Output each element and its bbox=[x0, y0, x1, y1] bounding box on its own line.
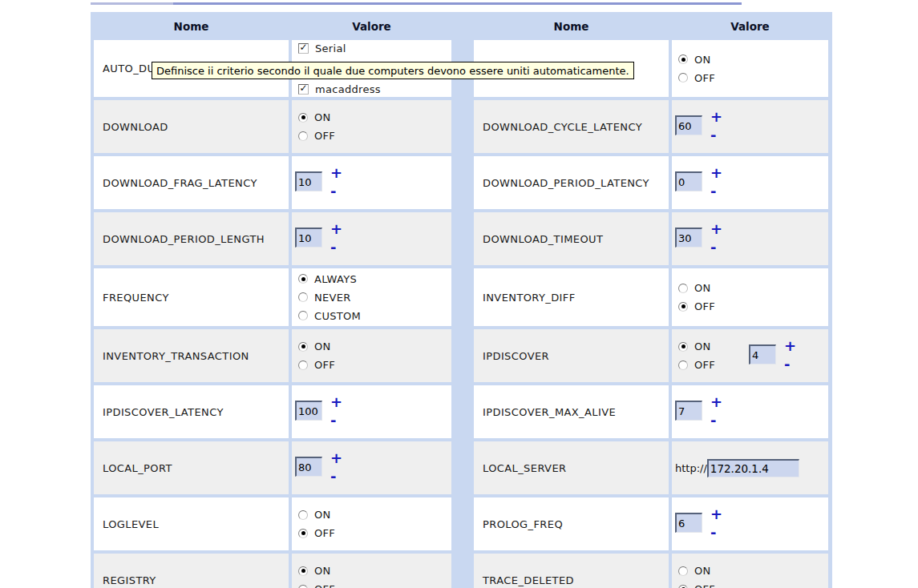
radio-icon[interactable] bbox=[298, 360, 308, 370]
number-input[interactable] bbox=[675, 171, 702, 191]
decrement-button[interactable]: - bbox=[710, 186, 716, 197]
table-header-row: Nome Valore Nome Valore bbox=[94, 15, 829, 37]
radio-option[interactable]: OFF bbox=[298, 357, 335, 373]
radio-option[interactable]: OFF bbox=[678, 70, 715, 86]
radio-option[interactable]: ON bbox=[298, 339, 335, 355]
number-input[interactable] bbox=[295, 228, 322, 248]
radio-icon[interactable] bbox=[678, 360, 688, 370]
radio-option[interactable]: OFF bbox=[678, 299, 715, 315]
radio-option[interactable]: OFF bbox=[298, 582, 335, 588]
checkbox-option-label: macaddress bbox=[315, 83, 381, 95]
increment-button[interactable]: + bbox=[784, 340, 796, 352]
increment-button[interactable]: + bbox=[710, 509, 722, 520]
radio-icon[interactable] bbox=[298, 274, 308, 284]
increment-button[interactable]: + bbox=[710, 224, 722, 235]
number-stepper: +- bbox=[295, 398, 342, 425]
radio-option[interactable]: ON bbox=[678, 563, 715, 579]
increment-button[interactable]: + bbox=[330, 453, 342, 464]
increment-button[interactable]: + bbox=[330, 397, 342, 408]
radio-icon[interactable] bbox=[678, 585, 688, 588]
radio-icon[interactable] bbox=[678, 342, 688, 352]
radio-icon[interactable] bbox=[298, 292, 308, 302]
number-stepper: +- bbox=[675, 169, 722, 196]
radio-icon[interactable] bbox=[298, 113, 308, 123]
increment-button[interactable]: + bbox=[710, 397, 722, 408]
radio-icon[interactable] bbox=[298, 566, 308, 576]
increment-button[interactable]: + bbox=[330, 167, 342, 179]
radio-icon[interactable] bbox=[678, 73, 688, 83]
number-stepper: +- bbox=[295, 169, 342, 196]
config-name-label: IPDISCOVER bbox=[483, 350, 549, 362]
radio-option[interactable]: OFF bbox=[298, 526, 335, 542]
number-input[interactable] bbox=[675, 401, 702, 421]
decrement-button[interactable]: - bbox=[710, 130, 716, 141]
number-input[interactable] bbox=[675, 115, 702, 135]
number-input[interactable] bbox=[675, 513, 702, 533]
radio-option[interactable]: ALWAYS bbox=[298, 271, 361, 287]
number-input[interactable] bbox=[295, 171, 322, 191]
decrement-button[interactable]: - bbox=[330, 186, 336, 197]
decrement-button[interactable]: - bbox=[784, 359, 790, 370]
config-name-cell: IPDISCOVER bbox=[474, 329, 669, 382]
checkbox-icon[interactable]: ✓ bbox=[298, 84, 309, 95]
radio-icon[interactable] bbox=[298, 311, 308, 320]
radio-icon[interactable] bbox=[678, 54, 688, 64]
radio-icon[interactable] bbox=[298, 131, 308, 141]
radio-option[interactable]: ON bbox=[298, 110, 335, 126]
config-name-cell: IPDISCOVER_LATENCY bbox=[94, 385, 289, 438]
radio-group: ONOFF bbox=[298, 563, 335, 588]
radio-icon[interactable] bbox=[298, 342, 308, 352]
radio-icon[interactable] bbox=[298, 529, 308, 538]
increment-button[interactable]: + bbox=[710, 111, 722, 123]
radio-icon[interactable] bbox=[298, 585, 308, 588]
radio-option[interactable]: ON bbox=[298, 563, 335, 579]
config-value-cell: ONOFF bbox=[672, 554, 828, 588]
radio-option[interactable]: OFF bbox=[298, 128, 335, 144]
radio-option-label: OFF bbox=[314, 527, 335, 539]
config-name-label: IPDISCOVER_MAX_ALIVE bbox=[483, 406, 616, 418]
radio-option[interactable]: ON bbox=[678, 339, 715, 355]
stepper-buttons: +- bbox=[330, 454, 342, 481]
radio-option[interactable]: CUSTOM bbox=[298, 308, 361, 324]
decrement-button[interactable]: - bbox=[330, 471, 336, 482]
radio-option[interactable]: OFF bbox=[678, 582, 715, 588]
column-spacer bbox=[451, 441, 474, 494]
column-spacer bbox=[451, 100, 474, 153]
config-name-cell: LOGLEVEL bbox=[94, 497, 289, 550]
radio-option[interactable]: ON bbox=[298, 507, 335, 523]
stepper-buttons: +- bbox=[330, 225, 342, 252]
radio-option[interactable]: ON bbox=[678, 51, 715, 67]
header-valore-left: Valore bbox=[292, 15, 451, 37]
config-name-label: LOCAL_PORT bbox=[103, 462, 172, 474]
checkmark-glyph: ✓ bbox=[299, 84, 307, 92]
decrement-button[interactable]: - bbox=[710, 415, 716, 426]
radio-dot bbox=[301, 531, 305, 535]
number-input[interactable] bbox=[749, 344, 776, 364]
checkbox-option[interactable]: ✓Serial bbox=[298, 40, 381, 56]
radio-option[interactable]: ON bbox=[678, 280, 715, 296]
radio-icon[interactable] bbox=[298, 510, 308, 520]
radio-option[interactable]: NEVER bbox=[298, 289, 361, 305]
radio-icon[interactable] bbox=[678, 302, 688, 312]
radio-group: ALWAYSNEVERCUSTOM bbox=[298, 271, 361, 324]
radio-dot bbox=[301, 277, 305, 281]
increment-button[interactable]: + bbox=[330, 224, 342, 235]
radio-icon[interactable] bbox=[678, 566, 688, 576]
checkbox-option[interactable]: ✓macaddress bbox=[298, 81, 381, 97]
decrement-button[interactable]: - bbox=[710, 242, 716, 253]
decrement-button[interactable]: - bbox=[330, 242, 336, 253]
number-input[interactable] bbox=[675, 228, 702, 248]
radio-icon[interactable] bbox=[678, 284, 688, 293]
number-stepper: +- bbox=[295, 454, 342, 481]
increment-button[interactable]: + bbox=[710, 167, 722, 179]
server-address-input[interactable] bbox=[707, 459, 799, 477]
decrement-button[interactable]: - bbox=[330, 415, 336, 426]
decrement-button[interactable]: - bbox=[710, 527, 716, 538]
config-name-cell: INVENTORY_TRANSACTION bbox=[94, 329, 289, 382]
number-input[interactable] bbox=[295, 457, 322, 477]
column-spacer bbox=[451, 329, 474, 382]
radio-group: ONOFF bbox=[678, 339, 715, 373]
radio-option[interactable]: OFF bbox=[678, 357, 715, 373]
checkbox-icon[interactable]: ✓ bbox=[298, 43, 309, 54]
number-input[interactable] bbox=[295, 401, 322, 421]
